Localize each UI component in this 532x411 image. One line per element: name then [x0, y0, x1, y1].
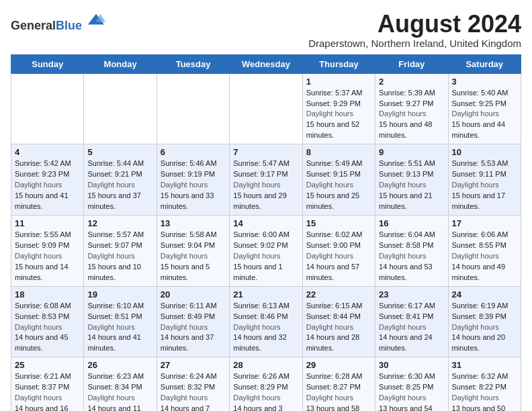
sunset-label: Sunset: 8:41 PM	[379, 312, 433, 320]
sunrise-label: Sunrise: 6:08 AM	[15, 302, 71, 310]
sunset-label: Sunset: 8:49 PM	[161, 312, 215, 320]
sunset-label: Sunset: 8:44 PM	[306, 312, 361, 320]
sunset-label: Sunset: 8:46 PM	[233, 312, 287, 320]
daylight-value: 14 hours and 7 minutes.	[161, 404, 210, 411]
day-number: 1	[306, 77, 371, 87]
day-cell-2-3: 14Sunrise: 6:00 AMSunset: 9:02 PMDayligh…	[230, 215, 302, 286]
day-info: Sunrise: 5:58 AMSunset: 9:04 PMDaylight …	[161, 230, 226, 283]
day-cell-0-3	[230, 73, 302, 144]
header-sunday: Sunday	[11, 54, 84, 73]
day-cell-1-6: 10Sunrise: 5:53 AMSunset: 9:11 PMDayligh…	[448, 144, 521, 216]
daylight-value: 13 hours and 54 minutes.	[379, 404, 433, 411]
sunrise-label: Sunrise: 6:04 AM	[379, 230, 435, 238]
day-number: 16	[379, 218, 444, 228]
header-saturday: Saturday	[448, 54, 521, 73]
day-info: Sunrise: 5:46 AMSunset: 9:19 PMDaylight …	[161, 158, 226, 212]
day-cell-4-0: 25Sunrise: 6:21 AMSunset: 8:37 PMDayligh…	[11, 357, 84, 411]
day-info: Sunrise: 6:08 AMSunset: 8:53 PMDaylight …	[15, 301, 80, 355]
day-info: Sunrise: 5:49 AMSunset: 9:15 PMDaylight …	[306, 158, 371, 212]
sunrise-label: Sunrise: 5:44 AM	[87, 159, 144, 167]
sunset-label: Sunset: 9:13 PM	[379, 170, 433, 178]
daylight-label: Daylight hours	[379, 252, 426, 260]
day-info: Sunrise: 5:57 AMSunset: 9:07 PMDaylight …	[87, 230, 152, 283]
header-thursday: Thursday	[302, 54, 375, 73]
day-cell-3-0: 18Sunrise: 6:08 AMSunset: 8:53 PMDayligh…	[11, 286, 84, 357]
day-cell-0-1	[84, 73, 157, 144]
day-info: Sunrise: 5:39 AMSunset: 9:27 PMDaylight …	[379, 88, 444, 142]
day-info: Sunrise: 6:11 AMSunset: 8:49 PMDaylight …	[161, 301, 226, 355]
daylight-value: 14 hours and 16 minutes.	[15, 404, 69, 411]
day-number: 25	[15, 360, 80, 370]
day-cell-0-0	[11, 73, 84, 144]
day-info: Sunrise: 6:26 AMSunset: 8:29 PMDaylight …	[233, 371, 298, 411]
title-block: August 2024 Draperstown, Northern Irelan…	[308, 11, 521, 49]
day-cell-1-2: 6Sunrise: 5:46 AMSunset: 9:19 PMDaylight…	[157, 144, 229, 216]
day-number: 9	[379, 147, 444, 157]
day-info: Sunrise: 6:04 AMSunset: 8:58 PMDaylight …	[379, 230, 444, 283]
day-info: Sunrise: 6:32 AMSunset: 8:22 PMDaylight …	[452, 371, 517, 411]
daylight-value: 15 hours and 41 minutes.	[15, 191, 69, 210]
day-number: 4	[15, 147, 80, 157]
day-cell-4-6: 31Sunrise: 6:32 AMSunset: 8:22 PMDayligh…	[448, 357, 521, 411]
daylight-label: Daylight hours	[306, 323, 353, 331]
sunset-label: Sunset: 9:21 PM	[87, 170, 142, 178]
day-info: Sunrise: 5:42 AMSunset: 9:23 PMDaylight …	[15, 158, 80, 212]
day-cell-4-4: 29Sunrise: 6:28 AMSunset: 8:27 PMDayligh…	[302, 357, 375, 411]
header-wednesday: Wednesday	[230, 54, 302, 73]
day-cell-3-5: 23Sunrise: 6:17 AMSunset: 8:41 PMDayligh…	[375, 286, 448, 357]
day-cell-3-1: 19Sunrise: 6:10 AMSunset: 8:51 PMDayligh…	[84, 286, 157, 357]
day-number: 15	[306, 218, 371, 228]
day-number: 2	[379, 77, 444, 87]
header-tuesday: Tuesday	[157, 54, 229, 73]
day-info: Sunrise: 6:21 AMSunset: 8:37 PMDaylight …	[15, 371, 80, 411]
daylight-value: 14 hours and 41 minutes.	[87, 333, 141, 352]
day-info: Sunrise: 5:37 AMSunset: 9:29 PMDaylight …	[306, 88, 371, 142]
sunrise-label: Sunrise: 5:57 AM	[87, 230, 144, 238]
day-info: Sunrise: 6:00 AMSunset: 9:02 PMDaylight …	[233, 230, 298, 283]
day-info: Sunrise: 6:13 AMSunset: 8:46 PMDaylight …	[233, 301, 298, 355]
week-row-1: 1Sunrise: 5:37 AMSunset: 9:29 PMDaylight…	[11, 73, 521, 144]
sunset-label: Sunset: 9:07 PM	[87, 241, 142, 249]
sunset-label: Sunset: 8:27 PM	[306, 383, 361, 391]
daylight-value: 14 hours and 32 minutes.	[233, 333, 287, 352]
daylight-value: 14 hours and 24 minutes.	[379, 333, 433, 352]
daylight-label: Daylight hours	[379, 323, 426, 331]
day-cell-1-5: 9Sunrise: 5:51 AMSunset: 9:13 PMDaylight…	[375, 144, 448, 216]
daylight-value: 14 hours and 53 minutes.	[379, 263, 433, 281]
day-info: Sunrise: 6:10 AMSunset: 8:51 PMDaylight …	[87, 301, 152, 355]
day-number: 13	[161, 218, 226, 228]
day-cell-4-1: 26Sunrise: 6:23 AMSunset: 8:34 PMDayligh…	[84, 357, 157, 411]
daylight-label: Daylight hours	[306, 109, 353, 118]
header: GeneralBlue August 2024 Draperstown, Nor…	[11, 11, 521, 49]
sunset-label: Sunset: 9:15 PM	[306, 170, 361, 178]
daylight-value: 15 hours and 29 minutes.	[233, 191, 287, 210]
daylight-value: 14 hours and 20 minutes.	[452, 333, 506, 352]
daylight-label: Daylight hours	[452, 252, 499, 260]
sunrise-label: Sunrise: 5:42 AM	[15, 159, 71, 167]
day-cell-1-4: 8Sunrise: 5:49 AMSunset: 9:15 PMDaylight…	[302, 144, 375, 216]
daylight-value: 15 hours and 1 minute.	[233, 263, 282, 281]
day-cell-4-5: 30Sunrise: 6:30 AMSunset: 8:25 PMDayligh…	[375, 357, 448, 411]
sunset-label: Sunset: 8:32 PM	[161, 383, 215, 391]
day-number: 21	[233, 289, 298, 300]
day-cell-2-5: 16Sunrise: 6:04 AMSunset: 8:58 PMDayligh…	[375, 215, 448, 286]
day-cell-0-6: 3Sunrise: 5:40 AMSunset: 9:25 PMDaylight…	[448, 73, 521, 144]
day-number: 19	[87, 289, 152, 300]
day-number: 3	[452, 77, 517, 87]
sunrise-label: Sunrise: 5:49 AM	[306, 159, 363, 167]
day-cell-0-5: 2Sunrise: 5:39 AMSunset: 9:27 PMDaylight…	[375, 73, 448, 144]
day-info: Sunrise: 6:15 AMSunset: 8:44 PMDaylight …	[306, 301, 371, 355]
daylight-value: 15 hours and 48 minutes.	[379, 120, 433, 139]
daylight-label: Daylight hours	[87, 394, 134, 402]
weekday-header-row: Sunday Monday Tuesday Wednesday Thursday…	[11, 54, 521, 73]
daylight-value: 15 hours and 5 minutes.	[161, 263, 210, 281]
day-cell-1-3: 7Sunrise: 5:47 AMSunset: 9:17 PMDaylight…	[230, 144, 302, 216]
day-info: Sunrise: 6:19 AMSunset: 8:39 PMDaylight …	[452, 301, 517, 355]
day-number: 24	[452, 289, 517, 300]
logo: GeneralBlue	[11, 11, 105, 33]
sunset-label: Sunset: 8:58 PM	[379, 241, 433, 249]
daylight-label: Daylight hours	[379, 181, 426, 189]
daylight-value: 15 hours and 10 minutes.	[87, 263, 141, 281]
sunrise-label: Sunrise: 6:30 AM	[379, 372, 435, 380]
sunset-label: Sunset: 9:09 PM	[15, 241, 69, 249]
